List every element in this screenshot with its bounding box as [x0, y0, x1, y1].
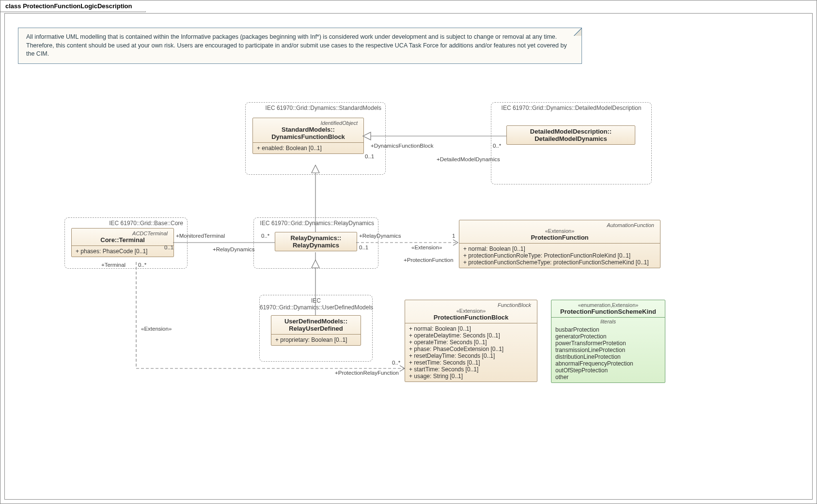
dfb-attr-enabled: + enabled: Boolean [0..1]	[257, 145, 360, 152]
dfb-name2: DynamicsFunctionBlock	[257, 133, 360, 140]
pfb-attr-0: + normal: Boolean [0..1]	[409, 325, 533, 332]
terminal-parent-stereo: ACDCTerminal	[76, 230, 170, 236]
class-dynamicsfunctionblock: IdentifiedObject StandardModels:: Dynami…	[252, 118, 364, 154]
lbl-relay-ext: «Extension»	[411, 244, 442, 250]
note-text: All informative UML modelling that is co…	[26, 33, 567, 57]
pfb-attr-6: + startTime: Seconds [0..1]	[409, 366, 533, 373]
lbl-pf-mult: 1	[452, 233, 455, 239]
enum-lit-3: transmissionLineProtection	[555, 347, 661, 353]
lbl-relay-mult: 0..1	[359, 244, 368, 250]
class-protectionfunctionblock: FunctionBlock «Extension» ProtectionFunc…	[405, 300, 537, 382]
terminal-attr-phases: + phases: PhaseCode [0..1]	[76, 248, 170, 255]
pf-name: ProtectionFunction	[463, 234, 656, 241]
pf-parent-stereo: AutomationFunction	[463, 222, 656, 228]
enum-lit-0: busbarProtection	[555, 326, 661, 333]
enum-lit-6: outOfStepProtection	[555, 367, 661, 374]
diagram-title: class ProtectionFunctionLogicDescription	[0, 0, 146, 12]
pfb-attr-1: + operateDelaytime: Seconds [0..1]	[409, 332, 533, 339]
relay-name1: RelayDynamics::	[279, 234, 353, 242]
relay-name2: RelayDynamics	[279, 242, 353, 249]
lbl-prf-mult: 0..*	[392, 360, 400, 366]
pkg-standardmodels-label: IEC 61970::Grid::Dynamics::StandardModel…	[266, 105, 381, 111]
enum-protectionfunctionschemekind: «enumeration,Extension» ProtectionFuncti…	[551, 300, 665, 383]
enum-lit-4: distributionLineProtection	[555, 353, 661, 360]
pf-attr-0: + normal: Boolean [0..1]	[463, 245, 656, 252]
informative-note: All informative UML modelling that is co…	[18, 28, 582, 64]
enum-name: ProtectionFunctionSchemeKind	[555, 308, 661, 315]
pfb-stereo: «Extension»	[409, 308, 533, 314]
enum-lit-7: other	[555, 374, 661, 381]
pf-attr-2: + protectionFunctionSchemeType: protecti…	[463, 259, 656, 266]
pkg-relay-label: IEC 61970::Grid::Dynamics::RelayDynamics	[260, 220, 374, 227]
lbl-term-ext: «Extension»	[141, 326, 172, 332]
enum-lit-5: abnormalFrequencyProtection	[555, 360, 661, 367]
class-relayuserdefined: UserDefinedModels:: RelayUserDefined + p…	[271, 315, 361, 346]
enum-lit-1: generatorProtection	[555, 333, 661, 340]
lbl-terminal-role: +Terminal	[101, 262, 126, 268]
class-terminal: ACDCTerminal Core::Terminal + phases: Ph…	[71, 228, 174, 257]
lbl-prf-role: +ProtectionRelayFunction	[335, 370, 399, 376]
pkg-udm-label: IEC 61970::Grid::Dynamics::UserDefinedMo…	[260, 297, 372, 311]
pfb-attr-2: + operateTime: Seconds [0..1]	[409, 339, 533, 346]
rud-attr-prop: + proprietary: Boolean [0..1]	[275, 336, 357, 343]
diagram-frame: class ProtectionFunctionLogicDescription…	[0, 0, 817, 504]
pf-attr-1: + protectionFunctionRoleType: Protection…	[463, 252, 656, 259]
dfb-parent-stereo: IdentifiedObject	[257, 120, 360, 126]
lbl-pf-role: +ProtectionFunction	[404, 257, 454, 263]
lbl-relaydyn-mult: 0..*	[261, 233, 269, 239]
rud-name1: UserDefinedModels::	[275, 318, 357, 325]
note-dogear-icon	[574, 28, 581, 36]
enum-lit-2: powerTransformerProtetion	[555, 340, 661, 347]
pfb-parent-stereo: FunctionBlock	[409, 302, 533, 308]
pkg-dmd-label: IEC 61970::Grid::Dynamics::DetailedModel…	[491, 105, 651, 111]
pf-stereo: «Extension»	[463, 228, 656, 234]
pfb-attr-5: + resetTime: Seconds [0..1]	[409, 359, 533, 366]
lbl-dmd-mult: 0..*	[493, 143, 501, 149]
lbl-monterm: +MonitoredTerminal	[176, 233, 225, 239]
lbl-relaydyn: +RelayDynamics	[213, 246, 255, 252]
enum-section: literals	[551, 318, 665, 324]
dmd-name1: DetailedModelDescription::	[511, 128, 631, 135]
lbl-dmd-role: +DetailedModelDynamics	[437, 156, 500, 162]
lbl-dfb-role: +DynamicsFunctionBlock	[371, 143, 433, 149]
dmd-name2: DetailedModelDynamics	[511, 135, 631, 142]
pfb-name: ProtectionFunctionBlock	[409, 314, 533, 321]
class-detailedmodeldynamics: DetailedModelDescription:: DetailedModel…	[506, 125, 635, 145]
rud-name2: RelayUserDefined	[275, 325, 357, 332]
pfb-attr-7: + usage: String [0..1]	[409, 373, 533, 380]
lbl-relay-role: +RelayDynamics	[359, 233, 401, 239]
class-protectionfunction: AutomationFunction «Extension» Protectio…	[459, 220, 660, 268]
pkg-core-label: IEC 61970::Grid::Base::Core	[109, 220, 183, 227]
enum-stereo: «enumeration,Extension»	[555, 302, 661, 308]
lbl-terminal-mult: 0..*	[138, 262, 146, 268]
terminal-name: Core::Terminal	[76, 236, 170, 244]
lbl-monterm-mult: 0..1	[164, 244, 173, 250]
lbl-dfb-mult: 0..1	[365, 153, 374, 159]
dfb-name1: StandardModels::	[257, 126, 360, 133]
class-relaydynamics: RelayDynamics:: RelayDynamics	[275, 232, 357, 251]
pfb-attr-3: + phase: PhaseCodeExtension [0..1]	[409, 346, 533, 352]
pfb-attr-4: + resetDelayTime: Seconds [0..1]	[409, 352, 533, 359]
